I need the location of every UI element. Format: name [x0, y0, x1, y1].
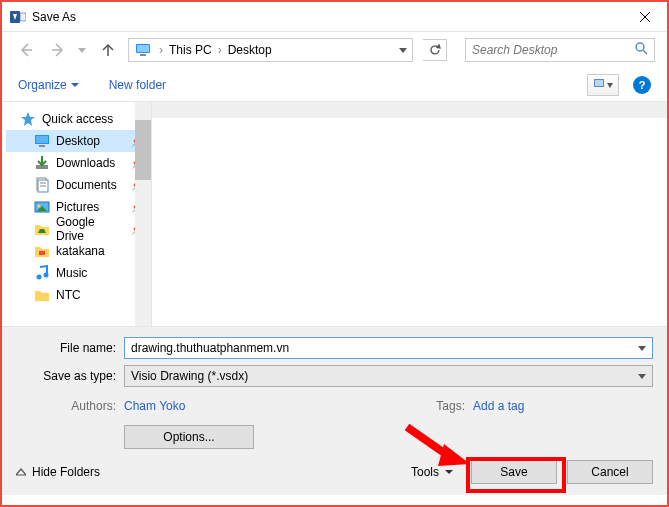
tree-item-label: NTC: [56, 288, 81, 302]
address-dropdown[interactable]: [394, 39, 412, 61]
svg-point-35: [44, 273, 49, 278]
svg-rect-18: [595, 80, 603, 86]
tree-item-label: Desktop: [56, 134, 100, 148]
tree-item-label: Downloads: [56, 156, 115, 170]
svg-marker-13: [437, 45, 440, 48]
search-icon: [635, 42, 648, 58]
svg-marker-20: [21, 112, 35, 126]
folder-k-icon: [34, 243, 50, 259]
filename-field[interactable]: [124, 337, 653, 359]
svg-marker-37: [638, 374, 646, 379]
nav-bar: › This PC › Desktop: [2, 32, 667, 68]
folder-icon: [34, 287, 50, 303]
nav-history-dropdown[interactable]: [78, 43, 86, 57]
tree-item-desktop[interactable]: Desktop📌: [6, 130, 147, 152]
hide-folders-button[interactable]: Hide Folders: [16, 465, 100, 479]
svg-rect-23: [39, 145, 45, 147]
tree-item-label: Music: [56, 266, 87, 280]
svg-marker-39: [445, 470, 453, 474]
tree-item-label: Google Drive: [56, 215, 125, 243]
authors-value[interactable]: Cham Yoko: [124, 399, 185, 413]
tree-item-katakana[interactable]: katakana: [6, 240, 147, 262]
tools-menu[interactable]: Tools: [411, 465, 453, 479]
tags-label: Tags:: [436, 399, 473, 413]
tree-item-music[interactable]: Music: [6, 262, 147, 284]
svg-rect-33: [39, 251, 45, 255]
close-button[interactable]: [625, 3, 665, 31]
type-field[interactable]: Visio Drawing (*.vsdx): [124, 365, 653, 387]
chevron-right-icon: ›: [216, 43, 224, 57]
new-folder-button[interactable]: New folder: [109, 78, 166, 92]
authors-label: Authors:: [16, 399, 124, 413]
svg-marker-38: [16, 469, 26, 475]
filename-dropdown[interactable]: [638, 341, 646, 355]
file-list[interactable]: [152, 102, 667, 326]
svg-rect-10: [137, 45, 149, 52]
svg-marker-36: [638, 346, 646, 351]
filename-input[interactable]: [131, 341, 638, 355]
content-area: Quick access Desktop📌Downloads📌Documents…: [2, 102, 667, 326]
breadcrumb-current[interactable]: Desktop: [224, 39, 276, 61]
breadcrumb-root[interactable]: This PC: [165, 39, 216, 61]
address-bar[interactable]: › This PC › Desktop: [128, 38, 413, 62]
visio-app-icon: [10, 9, 26, 25]
tree-item-label: Documents: [56, 178, 117, 192]
tree-scrollbar[interactable]: [135, 102, 151, 326]
tree-item-downloads[interactable]: Downloads📌: [6, 152, 147, 174]
nav-up-button[interactable]: [96, 38, 120, 62]
tree-item-ntc[interactable]: NTC: [6, 284, 147, 306]
tree-item-label: katakana: [56, 244, 105, 258]
search-box[interactable]: [465, 38, 655, 62]
bottom-bar: Hide Folders Tools Save Cancel: [2, 449, 667, 495]
view-options-button[interactable]: [587, 74, 619, 96]
options-button[interactable]: Options...: [124, 425, 254, 449]
form-area: File name: Save as type: Visio Drawing (…: [2, 326, 667, 449]
file-scrollbar[interactable]: [152, 102, 667, 118]
desktop-icon: [34, 133, 50, 149]
tree-item-documents[interactable]: Documents📌: [6, 174, 147, 196]
chevron-right-icon: ›: [157, 43, 165, 57]
tree-item-label: Pictures: [56, 200, 99, 214]
nav-forward-button[interactable]: [46, 38, 70, 62]
toolbar: Organize New folder ?: [2, 68, 667, 102]
svg-rect-22: [36, 136, 48, 143]
tags-value[interactable]: Add a tag: [473, 399, 653, 413]
type-label: Save as type:: [16, 369, 124, 383]
save-button[interactable]: Save: [471, 460, 557, 484]
downloads-icon: [34, 155, 50, 171]
svg-point-30: [38, 205, 41, 208]
svg-rect-2: [20, 13, 26, 21]
svg-rect-11: [140, 54, 146, 56]
refresh-button[interactable]: [423, 39, 447, 61]
type-dropdown[interactable]: [638, 369, 646, 383]
tree-quick-access[interactable]: Quick access: [20, 108, 147, 130]
pictures-icon: [34, 199, 50, 215]
nav-back-button[interactable]: [14, 38, 38, 62]
svg-point-14: [636, 43, 644, 51]
tree-item-google-drive[interactable]: Google Drive📌: [6, 218, 147, 240]
search-input[interactable]: [472, 43, 631, 57]
svg-marker-19: [607, 83, 613, 88]
svg-line-15: [643, 50, 647, 54]
filename-label: File name:: [16, 341, 124, 355]
window-title: Save As: [32, 10, 625, 24]
cancel-button[interactable]: Cancel: [567, 460, 653, 484]
music-icon: [34, 265, 50, 281]
thispc-icon: [135, 42, 151, 58]
help-button[interactable]: ?: [633, 76, 651, 94]
titlebar: Save As: [2, 2, 667, 32]
documents-icon: [34, 177, 50, 193]
star-icon: [20, 111, 36, 127]
svg-marker-12: [399, 48, 407, 53]
svg-marker-16: [71, 83, 79, 87]
svg-point-34: [37, 275, 42, 280]
svg-marker-7: [78, 48, 86, 53]
folder-gd-icon: [34, 221, 50, 237]
nav-tree: Quick access Desktop📌Downloads📌Documents…: [2, 102, 152, 326]
type-value: Visio Drawing (*.vsdx): [131, 369, 248, 383]
organize-menu[interactable]: Organize: [18, 78, 79, 92]
